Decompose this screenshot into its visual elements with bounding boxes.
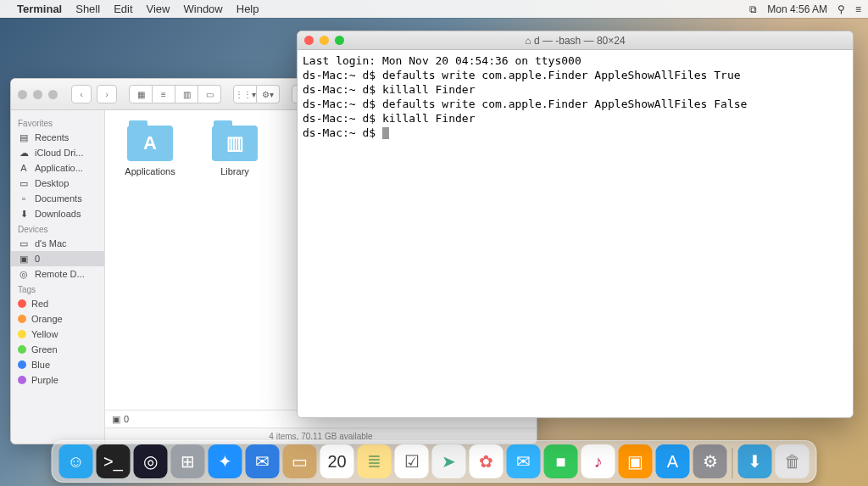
dock-itunes[interactable]: ♪ <box>581 444 615 478</box>
dock-photos[interactable]: ✿ <box>470 444 504 478</box>
arrange-button[interactable]: ⋮⋮▾ <box>233 85 257 103</box>
dock-launchpad[interactable]: ⊞ <box>171 444 205 478</box>
menu-view[interactable]: View <box>147 3 170 15</box>
back-button[interactable]: ‹ <box>71 85 92 103</box>
menu-window[interactable]: Window <box>184 3 223 15</box>
close-button[interactable] <box>18 90 27 99</box>
menu-shell[interactable]: Shell <box>75 3 100 15</box>
menu-edit[interactable]: Edit <box>114 3 132 15</box>
remote-disc-icon: ◎ <box>18 269 30 279</box>
folder-label: Applications <box>125 166 175 176</box>
sidebar-tag-purple[interactable]: Purple <box>11 372 104 388</box>
sidebar-item-label: d's Mac <box>35 238 67 249</box>
sidebar-item-label: 0 <box>35 254 40 264</box>
dock: ☺>_◎⊞✦✉▭20≣☑➤✿✉■♪▣A⚙⬇🗑 <box>52 440 817 483</box>
sidebar-item-label: Recents <box>35 132 69 142</box>
dock-downloads[interactable]: ⬇ <box>738 444 772 478</box>
folder-label: Library <box>220 166 249 176</box>
sidebar-tag-green[interactable]: Green <box>11 342 104 357</box>
finder-sidebar: Favorites ▤Recents ☁iCloud Dri... AAppli… <box>11 110 105 444</box>
clock[interactable]: Mon 4:56 AM <box>767 3 827 15</box>
disk-icon: ▣ <box>112 414 120 425</box>
recents-icon: ▤ <box>18 132 30 142</box>
minimize-button[interactable] <box>33 90 42 99</box>
minimize-button[interactable] <box>320 36 329 45</box>
arrange-group: ⋮⋮▾ ⚙▾ <box>233 85 280 103</box>
dock-maps[interactable]: ➤ <box>432 444 466 478</box>
tag-dot-icon <box>18 345 26 354</box>
sidebar-tag-yellow[interactable]: Yellow <box>11 327 104 342</box>
dock-trash[interactable]: 🗑 <box>776 444 810 478</box>
view-mode-group: ▦ ≡ ▥ ▭ <box>129 85 221 103</box>
downloads-icon: ⬇ <box>18 209 30 219</box>
menu-help[interactable]: Help <box>236 3 259 15</box>
dock-safari[interactable]: ✦ <box>209 444 242 478</box>
tag-dot-icon <box>18 330 26 338</box>
sidebar-item-desktop[interactable]: ▭Desktop <box>11 176 104 191</box>
app-name[interactable]: Terminal <box>17 3 62 15</box>
zoom-button[interactable] <box>48 90 58 99</box>
terminal-window[interactable]: ⌂ d — -bash — 80×24 Last login: Mon Nov … <box>297 31 854 418</box>
sidebar-item-remote-disc[interactable]: ◎Remote D... <box>11 266 104 282</box>
sidebar-item-label: iCloud Dri... <box>35 148 83 158</box>
dock-siri[interactable]: ◎ <box>134 444 168 478</box>
terminal-titlebar[interactable]: ⌂ d — -bash — 80×24 <box>298 31 853 50</box>
column-view-button[interactable]: ▥ <box>175 85 198 103</box>
sidebar-item-disk[interactable]: ▣0 <box>11 251 104 266</box>
dock-mail[interactable]: ✉ <box>246 444 280 478</box>
sidebar-tag-red[interactable]: Red <box>11 296 104 311</box>
sidebar-item-documents[interactable]: ▫Documents <box>11 191 104 206</box>
sidebar-item-label: Blue <box>31 360 50 370</box>
close-button[interactable] <box>304 36 314 45</box>
sidebar-item-label: Yellow <box>31 329 58 339</box>
zoom-button[interactable] <box>335 36 344 45</box>
forward-button[interactable]: › <box>97 85 117 103</box>
icon-view-button[interactable]: ▦ <box>129 85 153 103</box>
folder-applications[interactable]: AApplications <box>120 126 180 176</box>
notification-center-icon[interactable]: ≡ <box>855 3 861 15</box>
sidebar-item-icloud[interactable]: ☁iCloud Dri... <box>11 145 104 160</box>
sidebar-item-applications[interactable]: AApplicatio... <box>11 160 104 176</box>
tag-dot-icon <box>18 360 26 369</box>
dock-notes[interactable]: ≣ <box>358 444 392 478</box>
spotlight-icon[interactable]: ⚲ <box>837 3 845 15</box>
dock-contacts[interactable]: ▭ <box>283 444 317 478</box>
sidebar-item-label: Remote D... <box>35 269 85 279</box>
gallery-view-button[interactable]: ▭ <box>198 85 221 103</box>
tag-dot-icon <box>18 376 26 384</box>
path-item[interactable]: 0 <box>124 414 129 424</box>
dock-preferences[interactable]: ⚙ <box>693 444 727 478</box>
dock-reminders[interactable]: ☑ <box>395 444 429 478</box>
terminal-title: d — -bash — 80×24 <box>534 35 626 47</box>
dock-ibooks[interactable]: ▣ <box>619 444 653 478</box>
sidebar-item-label: Red <box>31 299 48 309</box>
screen-mirror-icon[interactable]: ⧉ <box>749 3 757 15</box>
action-button[interactable]: ⚙▾ <box>257 85 280 103</box>
sidebar-item-label: Documents <box>35 193 82 204</box>
sidebar-tag-orange[interactable]: Orange <box>11 311 104 327</box>
sidebar-item-label: Green <box>31 344 58 355</box>
sidebar-tag-blue[interactable]: Blue <box>11 357 104 372</box>
sidebar-item-downloads[interactable]: ⬇Downloads <box>11 206 104 221</box>
terminal-output[interactable]: Last login: Mon Nov 20 04:54:36 on ttys0… <box>298 50 853 417</box>
dock-separator <box>732 448 733 478</box>
sidebar-item-recents[interactable]: ▤Recents <box>11 130 104 145</box>
devices-header: Devices <box>11 221 104 236</box>
disk-icon: ▣ <box>18 254 30 264</box>
window-controls <box>304 36 344 45</box>
sidebar-item-label: Desktop <box>35 178 69 188</box>
folder-library[interactable]: ▥Library <box>205 126 264 176</box>
list-view-button[interactable]: ≡ <box>153 85 175 103</box>
documents-icon: ▫ <box>18 193 30 204</box>
menubar: Terminal Shell Edit View Window Help ⧉ M… <box>0 0 868 18</box>
dock-facetime[interactable]: ■ <box>544 444 578 478</box>
dock-messages[interactable]: ✉ <box>507 444 541 478</box>
dock-terminal[interactable]: >_ <box>97 444 131 478</box>
sidebar-item-mac[interactable]: ▭d's Mac <box>11 236 104 251</box>
tags-header: Tags <box>11 282 104 296</box>
tag-dot-icon <box>18 315 26 323</box>
dock-appstore[interactable]: A <box>656 444 690 478</box>
dock-calendar[interactable]: 20 <box>320 444 354 478</box>
desktop-icon: ▭ <box>18 178 30 188</box>
dock-finder[interactable]: ☺ <box>59 444 93 478</box>
